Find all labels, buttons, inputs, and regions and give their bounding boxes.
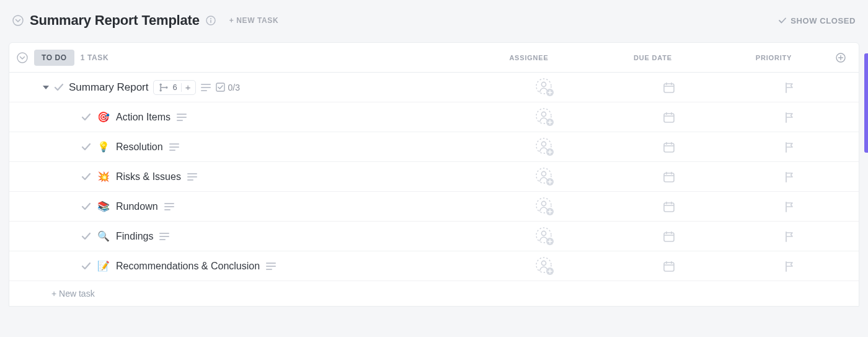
due-date-button[interactable] [663,141,675,153]
description-icon[interactable] [164,202,174,211]
subtask-row[interactable]: 📚Rundown [9,192,859,222]
new-task-label: + New task [51,289,95,299]
status-check-icon[interactable] [54,83,64,92]
caret-down-icon[interactable] [43,84,49,91]
due-date-button[interactable] [663,81,675,94]
collapse-icon[interactable] [12,15,24,26]
list-title: Summary Report Template [30,12,200,29]
priority-button[interactable] [784,171,795,182]
task-title: Findings [116,231,153,242]
subtask-row[interactable]: 🎯Action Items [9,102,859,132]
priority-button[interactable] [784,201,795,212]
subtask-row[interactable]: 🔍Findings [9,222,859,251]
priority-button[interactable] [784,112,795,123]
assignee-add-button[interactable] [536,78,554,97]
task-emoji: 📝 [97,260,110,272]
task-emoji: 💥 [97,171,110,182]
due-date-button[interactable] [663,230,675,243]
status-check-icon[interactable] [81,142,91,152]
description-icon[interactable] [169,143,179,151]
task-title: Summary Report [69,81,148,94]
assignee-add-button[interactable] [536,197,554,216]
assignee-add-button[interactable] [536,138,554,156]
task-emoji: 🎯 [97,111,110,123]
task-panel: TO DO 1 TASK ASSIGNEE DUE DATE PRIORITY … [9,42,859,307]
status-check-icon[interactable] [81,231,91,241]
subtask-row[interactable]: 💡Resolution [9,132,859,162]
new-task-header-button[interactable]: + NEW TASK [229,16,278,25]
show-closed-toggle[interactable]: SHOW CLOSED [778,16,856,25]
task-count-label: 1 TASK [81,53,108,62]
add-column-button[interactable] [833,50,849,66]
info-icon[interactable] [206,16,216,25]
due-date-button[interactable] [663,111,675,124]
status-check-icon[interactable] [81,112,91,122]
priority-button[interactable] [784,261,795,272]
collapse-group-icon[interactable] [17,52,28,63]
description-icon[interactable] [187,173,197,181]
column-header-priority[interactable]: PRIORITY [715,54,833,61]
checklist-indicator[interactable]: 0/3 [216,83,239,92]
assignee-add-button[interactable] [536,227,554,246]
due-date-button[interactable] [663,260,675,272]
task-emoji: 🔍 [97,230,110,242]
show-closed-label: SHOW CLOSED [790,16,856,25]
priority-button[interactable] [784,82,795,93]
plus-icon: + [185,83,191,92]
assignee-add-button[interactable] [536,257,554,276]
group-header: TO DO 1 TASK ASSIGNEE DUE DATE PRIORITY [9,43,859,73]
status-pill[interactable]: TO DO [34,50,74,66]
due-date-button[interactable] [663,171,675,183]
check-icon [778,16,787,25]
status-check-icon[interactable] [81,172,91,182]
description-icon[interactable] [266,262,276,271]
task-emoji: 💡 [97,141,110,153]
priority-button[interactable] [784,142,795,153]
assignee-add-button[interactable] [536,168,554,186]
checklist-count: 0/3 [228,83,239,92]
list-header: Summary Report Template + NEW TASK SHOW … [9,10,859,34]
task-title: Recommendations & Conclusion [116,261,260,272]
priority-button[interactable] [784,231,795,242]
status-check-icon[interactable] [81,202,91,212]
task-title: Resolution [116,142,163,153]
subtask-row[interactable]: 📝Recommendations & Conclusion [9,251,859,281]
checklist-icon [216,83,225,92]
task-title: Rundown [116,201,158,212]
task-row[interactable]: Summary Report 6 + 0/3 [9,73,859,102]
subtask-tree-icon [159,83,169,92]
description-icon[interactable] [177,113,187,122]
column-header-due-date[interactable]: DUE DATE [591,54,715,61]
plus-circle-icon [836,53,846,63]
right-edge-accent [864,53,868,153]
subtask-count: 6 [172,83,177,92]
status-check-icon[interactable] [81,261,91,271]
description-icon[interactable] [201,83,211,92]
column-header-assignee[interactable]: ASSIGNEE [467,54,591,61]
subtask-row[interactable]: 💥Risks & Issues [9,162,859,192]
task-emoji: 📚 [97,200,110,212]
new-task-button[interactable]: + New task [9,281,859,306]
task-title: Action Items [116,112,170,123]
assignee-add-button[interactable] [536,108,554,127]
due-date-button[interactable] [663,200,675,213]
description-icon[interactable] [159,232,169,241]
task-title: Risks & Issues [116,171,181,182]
subtask-pill[interactable]: 6 + [153,80,196,95]
